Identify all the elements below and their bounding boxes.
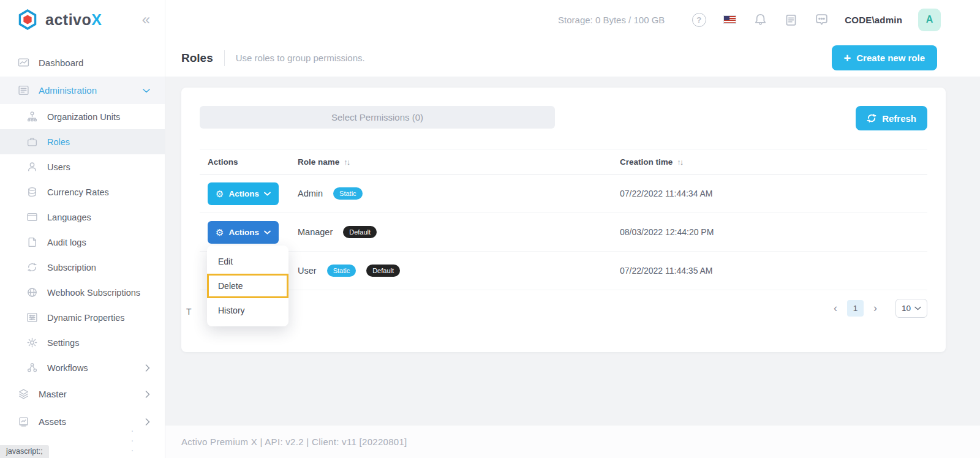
subscription-icon — [26, 261, 38, 274]
brand-logo-icon — [16, 8, 39, 31]
sidebar-item-webhook-subscriptions[interactable]: Webhook Subscriptions — [0, 280, 165, 305]
column-role-name[interactable]: Role name↑↓ — [290, 157, 612, 167]
table-header-row: Actions Role name↑↓ Creation time↑↓ — [200, 149, 927, 175]
creation-time: 07/22/2022 11:44:35 AM — [620, 266, 713, 276]
sidebar-item-settings[interactable]: Settings — [0, 330, 165, 355]
organization-units-icon — [26, 111, 38, 123]
create-new-role-button[interactable]: + Create new role — [832, 45, 937, 70]
app-root: activoX « Dashboard Administration Organ… — [0, 0, 980, 458]
sidebar-partial-item: . . . — [131, 424, 165, 453]
page-subtitle: Use roles to group permissions. — [236, 53, 365, 63]
chevron-right-icon — [145, 391, 150, 398]
page-header: Roles Use roles to group permissions. + … — [165, 39, 980, 77]
roles-table: Actions Role name↑↓ Creation time↑↓ ⚙ Ac… — [200, 149, 927, 290]
menu-item-edit[interactable]: Edit — [207, 249, 288, 274]
chevron-down-icon — [264, 192, 271, 196]
prev-page-button[interactable]: ‹ — [831, 302, 840, 315]
brand-name-left: activo — [45, 11, 91, 28]
app-footer: Activo Premium X | API: v2.2 | Client: v… — [165, 426, 980, 458]
sort-icon[interactable]: ↑↓ — [344, 157, 349, 167]
chevron-down-icon — [914, 306, 921, 310]
user-avatar[interactable]: A — [918, 9, 941, 31]
main-area: Storage: 0 Bytes / 100 GB ? CODE\admin A… — [165, 0, 980, 458]
dynamic-properties-icon — [26, 312, 38, 324]
workflows-icon — [26, 362, 38, 374]
page-number-button[interactable]: 1 — [847, 300, 864, 317]
sidebar: activoX « Dashboard Administration Organ… — [0, 0, 165, 458]
administration-icon — [17, 84, 29, 97]
current-user-name[interactable]: CODE\admin — [845, 15, 902, 25]
role-name: Admin — [298, 189, 323, 198]
plus-icon: + — [844, 52, 851, 64]
top-header: Storage: 0 Bytes / 100 GB ? CODE\admin A — [165, 0, 980, 39]
sort-icon[interactable]: ↑↓ — [677, 157, 682, 167]
gear-icon: ⚙ — [216, 228, 224, 237]
currency-rates-icon — [26, 186, 38, 198]
sidebar-collapse-button[interactable]: « — [142, 12, 150, 27]
total-text-fragment: T — [186, 307, 192, 317]
storage-usage-text: Storage: 0 Bytes / 100 GB — [558, 15, 665, 25]
gear-icon: ⚙ — [216, 189, 224, 198]
logo-row: activoX « — [0, 0, 165, 39]
assets-icon — [17, 416, 29, 428]
page-size-select[interactable]: 10 — [895, 299, 927, 318]
dashboard-icon — [17, 57, 29, 69]
sidebar-item-workflows[interactable]: Workflows — [0, 355, 165, 380]
brand-name[interactable]: activoX — [45, 11, 102, 29]
creation-time: 08/03/2022 12:44:20 PM — [620, 227, 714, 237]
sidebar-item-languages[interactable]: Languages — [0, 205, 165, 230]
notifications-bell-icon[interactable] — [753, 12, 767, 27]
roles-card: Select Permissions (0) Refresh Actions R… — [181, 88, 946, 352]
static-badge: Static — [327, 265, 356, 277]
chat-icon[interactable] — [814, 12, 829, 27]
roles-icon — [26, 136, 38, 148]
refresh-button[interactable]: Refresh — [856, 106, 927, 130]
sidebar-item-organization-units[interactable]: Organization Units — [0, 104, 165, 129]
settings-icon — [26, 337, 38, 349]
sidebar-item-dashboard[interactable]: Dashboard — [0, 49, 165, 77]
link-status-tooltip: javascript:; — [0, 445, 49, 458]
actions-dropdown-button[interactable]: ⚙ Actions — [208, 182, 279, 205]
sidebar-item-users[interactable]: Users — [0, 154, 165, 179]
table-row-user: User Static Default 07/22/2022 11:44:35 … — [200, 252, 927, 290]
actions-dropdown-button-open[interactable]: ⚙ Actions — [208, 221, 279, 244]
audit-notepad-icon[interactable] — [783, 12, 798, 27]
sidebar-item-subscription[interactable]: Subscription — [0, 255, 165, 280]
column-creation-time[interactable]: Creation time↑↓ — [612, 157, 927, 167]
sidebar-item-administration[interactable]: Administration — [0, 77, 165, 104]
chevron-down-icon — [264, 230, 271, 235]
default-badge: Default — [366, 265, 400, 277]
menu-item-history[interactable]: History — [207, 298, 288, 323]
sidebar-menu: Dashboard Administration Organization Un… — [0, 39, 165, 435]
pagination: ‹ 1 › 10 — [831, 299, 927, 318]
sidebar-item-roles[interactable]: Roles — [0, 129, 165, 154]
static-badge: Static — [333, 187, 363, 200]
help-icon[interactable]: ? — [692, 12, 706, 27]
column-actions: Actions — [200, 157, 290, 167]
master-icon — [17, 388, 29, 400]
users-icon — [26, 161, 38, 173]
next-page-button[interactable]: › — [871, 302, 880, 315]
menu-item-delete[interactable]: Delete — [207, 274, 288, 298]
chevron-down-icon — [143, 88, 150, 93]
select-permissions-input[interactable]: Select Permissions (0) — [200, 106, 555, 129]
role-name: User — [298, 266, 317, 276]
creation-time: 07/22/2022 11:44:34 AM — [620, 189, 713, 198]
table-row-admin: ⚙ Actions Admin Static 07/22/2022 11:44:… — [200, 175, 927, 213]
audit-logs-icon — [26, 236, 38, 249]
webhook-subscriptions-icon — [26, 287, 38, 299]
sidebar-item-dynamic-properties[interactable]: Dynamic Properties — [0, 305, 165, 330]
default-badge: Default — [343, 226, 377, 238]
sidebar-item-audit-logs[interactable]: Audit logs — [0, 230, 165, 255]
refresh-icon — [867, 113, 876, 123]
content-area: Select Permissions (0) Refresh Actions R… — [165, 77, 980, 426]
languages-icon — [26, 211, 38, 223]
page-title: Roles — [181, 51, 213, 65]
brand-name-x: X — [91, 11, 102, 28]
sidebar-item-master[interactable]: Master — [0, 380, 165, 408]
sidebar-item-currency-rates[interactable]: Currency Rates — [0, 179, 165, 205]
language-flag-icon[interactable] — [722, 12, 737, 27]
footer-version-text: Activo Premium X | API: v2.2 | Client: v… — [181, 437, 407, 447]
chevron-right-icon — [145, 364, 150, 372]
table-row-manager: ⚙ Actions Manager Default 08/03/2022 12:… — [200, 213, 927, 252]
